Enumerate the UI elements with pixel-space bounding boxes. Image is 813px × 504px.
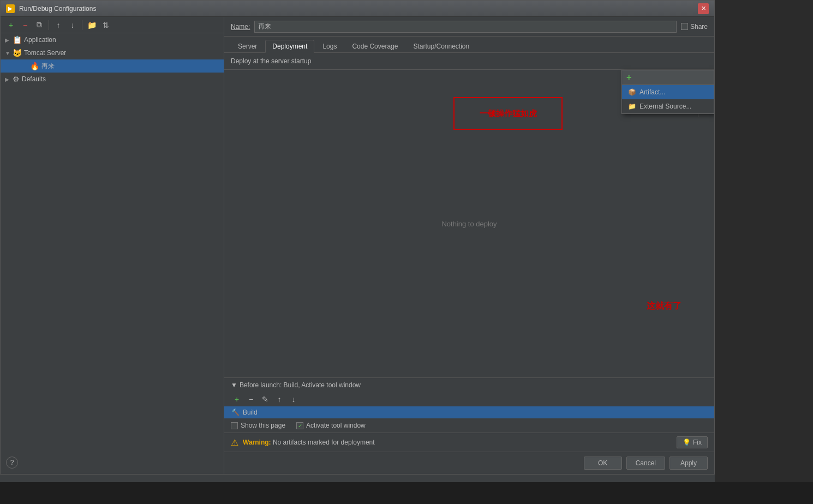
close-button[interactable]: ✕ xyxy=(698,3,709,14)
toolbar-separator-2 xyxy=(82,20,82,30)
before-launch-toolbar: + − ✎ ↑ ↓ xyxy=(224,392,714,406)
show-page-checkbox-item[interactable]: Show this page xyxy=(231,422,285,429)
name-label: Name: xyxy=(231,23,250,31)
title-bar: ▶ Run/Debug Configurations ✕ xyxy=(1,1,714,17)
tab-content-deployment: Deploy at the server startup Nothing to … xyxy=(224,53,714,452)
bottom-bar: OK Cancel Apply xyxy=(224,452,714,474)
tree-item-tomcat-server[interactable]: ▼ 🐱 Tomcat Server xyxy=(1,46,224,59)
build-label: Build xyxy=(243,409,258,416)
title-bar-left: ▶ Run/Debug Configurations xyxy=(6,4,96,13)
ok-button[interactable]: OK xyxy=(584,457,622,470)
activate-tool-label: Activate tool window xyxy=(306,422,366,429)
annotation-box-1: 一顿操作猛如虎 xyxy=(453,97,563,130)
folder-button[interactable]: 📁 xyxy=(86,19,98,31)
tree-item-zaicai[interactable]: 🔥 再来 xyxy=(1,59,224,73)
before-launch-up-button[interactable]: ↑ xyxy=(273,393,285,405)
dropdown-plus-icon: + xyxy=(626,73,631,82)
tab-logs[interactable]: Logs xyxy=(315,40,344,52)
remove-config-button[interactable]: − xyxy=(19,19,31,31)
dropdown-item-artifact[interactable]: 📦 Artifact... xyxy=(622,85,714,99)
before-launch-down-button[interactable]: ↓ xyxy=(288,393,300,405)
tab-startup-connection[interactable]: Startup/Connection xyxy=(406,40,476,52)
tree-label-defaults: Defaults xyxy=(22,75,46,83)
zaicai-icon: 🔥 xyxy=(30,62,39,70)
left-panel: + − ⧉ ↑ ↓ 📁 ⇅ ▶ 📋 Application ▼ 🐱 Tomcat… xyxy=(1,17,224,474)
name-input[interactable] xyxy=(254,21,677,33)
warning-text: Warning: No artifacts marked for deploym… xyxy=(243,439,375,446)
external-source-icon: 📁 xyxy=(627,102,636,111)
warning-detail: No artifacts marked for deployment xyxy=(271,439,375,446)
checkmark-icon: ✓ xyxy=(298,423,302,429)
warning-bold: Warning: xyxy=(243,439,271,446)
deploy-dropdown-menu: + 📦 Artifact... 📁 External Source... xyxy=(621,70,714,114)
dialog-icon: ▶ xyxy=(6,4,15,13)
share-row: Share xyxy=(681,23,708,31)
tree-arrow-application: ▶ xyxy=(5,37,10,43)
tree-label-zaicai: 再来 xyxy=(41,62,55,71)
before-launch-arrow: ▼ xyxy=(231,381,237,389)
dropdown-label-artifact: Artifact... xyxy=(639,88,665,96)
before-launch-section: ▼ Before launch: Build, Activate tool wi… xyxy=(224,377,714,433)
annotation-text-1: 一顿操作猛如虎 xyxy=(480,109,537,119)
defaults-icon: ⚙ xyxy=(13,75,20,83)
before-launch-edit-button[interactable]: ✎ xyxy=(259,393,271,405)
warning-icon: ⚠ xyxy=(231,437,238,448)
tree-toolbar: + − ⧉ ↑ ↓ 📁 ⇅ xyxy=(1,17,224,33)
tree-label-tomcat: Tomcat Server xyxy=(24,49,66,57)
dropdown-label-external-source: External Source... xyxy=(639,103,691,110)
tomcat-icon: 🐱 xyxy=(13,49,22,57)
tree-arrow-defaults: ▶ xyxy=(5,76,10,82)
before-launch-header[interactable]: ▼ Before launch: Build, Activate tool wi… xyxy=(224,378,714,392)
copy-config-button[interactable]: ⧉ xyxy=(33,19,45,31)
tree-arrow-tomcat: ▼ xyxy=(5,50,10,56)
run-debug-dialog: ▶ Run/Debug Configurations ✕ + − ⧉ ↑ ↓ 📁… xyxy=(0,0,715,475)
share-checkbox[interactable] xyxy=(681,23,688,30)
dropdown-header: + xyxy=(622,70,714,85)
artifact-icon: 📦 xyxy=(627,88,636,97)
add-config-button[interactable]: + xyxy=(5,19,17,31)
right-panel: Name: Share Server Deployment Logs Code … xyxy=(224,17,714,474)
fix-label: Fix xyxy=(693,439,702,446)
nothing-to-deploy-text: Nothing to deploy xyxy=(441,220,497,228)
tree-label-application: Application xyxy=(24,36,56,44)
tab-server[interactable]: Server xyxy=(231,40,264,52)
tabs-bar: Server Deployment Logs Code Coverage Sta… xyxy=(224,37,714,53)
move-up-button[interactable]: ↑ xyxy=(52,19,64,31)
before-launch-add-button[interactable]: + xyxy=(231,393,243,405)
checkboxes-row: Show this page ✓ Activate tool window xyxy=(224,418,714,433)
activate-tool-checkbox-item[interactable]: ✓ Activate tool window xyxy=(296,422,366,429)
dialog-title: Run/Debug Configurations xyxy=(19,5,96,13)
build-list-item[interactable]: 🔨 Build xyxy=(224,406,714,418)
application-icon: 📋 xyxy=(13,35,22,44)
apply-button[interactable]: Apply xyxy=(669,457,708,470)
move-down-button[interactable]: ↓ xyxy=(67,19,79,31)
tree-item-defaults[interactable]: ▶ ⚙ Defaults xyxy=(1,73,224,86)
annotation-text-2: 这就有了 xyxy=(647,301,682,312)
fix-icon: 💡 xyxy=(683,439,691,446)
cancel-button[interactable]: Cancel xyxy=(626,457,665,470)
deploy-header: Deploy at the server startup xyxy=(224,53,714,70)
tab-code-coverage[interactable]: Code Coverage xyxy=(345,40,405,52)
main-content: + − ⧉ ↑ ↓ 📁 ⇅ ▶ 📋 Application ▼ 🐱 Tomcat… xyxy=(1,17,714,474)
before-launch-label: Before launch: Build, Activate tool wind… xyxy=(240,381,361,389)
share-label: Share xyxy=(690,23,708,31)
sort-button[interactable]: ⇅ xyxy=(100,19,112,31)
help-button[interactable]: ? xyxy=(6,457,18,469)
deploy-area: Nothing to deploy 一顿操作猛如虎 这就有了 + ✎ xyxy=(224,70,714,377)
toolbar-separator-1 xyxy=(49,20,49,30)
show-page-checkbox[interactable] xyxy=(231,422,238,429)
warning-bar: ⚠ Warning: No artifacts marked for deplo… xyxy=(224,433,714,452)
dropdown-item-external-source[interactable]: 📁 External Source... xyxy=(622,99,714,113)
name-row: Name: Share xyxy=(224,17,714,37)
tab-deployment[interactable]: Deployment xyxy=(265,40,314,53)
activate-tool-checkbox[interactable]: ✓ xyxy=(296,422,303,429)
before-launch-remove-button[interactable]: − xyxy=(245,393,257,405)
build-icon: 🔨 xyxy=(231,408,240,417)
tree-item-application[interactable]: ▶ 📋 Application xyxy=(1,33,224,46)
show-page-label: Show this page xyxy=(241,422,285,429)
fix-button[interactable]: 💡 Fix xyxy=(677,436,708,448)
